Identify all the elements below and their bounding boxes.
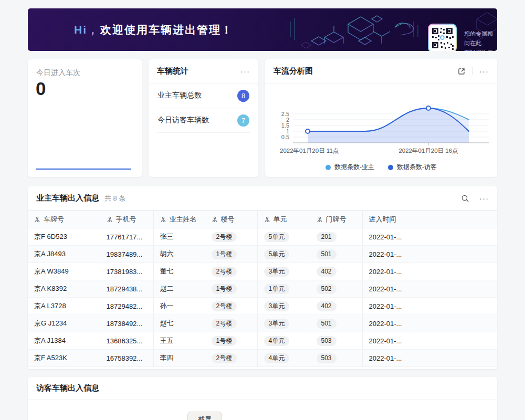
cell-name: 董七: [153, 263, 205, 280]
table-row: 京G J123418738492...赵七2号楼3单元5012022-01-..…: [28, 315, 497, 332]
cell-phone: 13686325...: [100, 332, 153, 350]
cell-phone: 17761717...: [100, 228, 153, 246]
cell-time: 2022-01-...: [362, 315, 415, 332]
svg-text:2: 2: [286, 117, 289, 123]
dashboard-page: Hi， 欢迎使用车辆进出管理！: [0, 0, 525, 420]
traffic-chart-card: 车流分析图 ··· 0.511.522.52022年01月20日 11点2022…: [265, 59, 497, 177]
cell-unit: 3单元: [257, 298, 310, 315]
field-type-icon: [317, 216, 323, 223]
cell-empty: [415, 332, 497, 350]
column-header-label: 车牌号: [44, 215, 64, 224]
traffic-chart-title: 车流分析图: [274, 66, 313, 76]
cell-plate: 京A K8392: [28, 280, 100, 298]
cell-time: 2022-01-...: [362, 246, 415, 263]
building-tag: 1号楼: [212, 336, 237, 346]
cell-unit: 5单元: [257, 228, 310, 246]
search-icon[interactable]: [460, 194, 470, 203]
stats-row: 今日访客车辆数7: [157, 108, 250, 133]
cell-door: 402: [310, 263, 362, 280]
screenshot-tooltip-label: 截屏: [198, 415, 212, 420]
today-entries-label: 今日进入车次: [36, 68, 80, 78]
unit-tag: 1单元: [264, 284, 290, 294]
column-header-5: 单元: [257, 211, 310, 228]
building-tag: 2号楼: [212, 353, 237, 363]
unit-tag: 3单元: [264, 319, 290, 329]
column-header-label: 门牌号: [326, 215, 346, 224]
field-type-icon: [160, 216, 166, 223]
door-tag: 503: [317, 336, 337, 346]
cell-unit: 4单元: [257, 350, 310, 367]
svg-text:1.5: 1.5: [281, 122, 289, 129]
cell-plate: 京A W3849: [28, 263, 100, 280]
visitor-table-card: 访客车辆出入信息: [28, 377, 497, 420]
cell-plate: 京A L3728: [28, 298, 100, 315]
unit-tag: 3单元: [264, 267, 290, 277]
cell-building: 2号楼: [205, 263, 257, 280]
unit-tag: 5单元: [264, 232, 290, 242]
cell-name: 胡六: [153, 246, 205, 263]
today-entries-value: 0: [36, 78, 46, 99]
more-icon[interactable]: ···: [240, 67, 250, 75]
cell-empty: [415, 228, 497, 246]
stats-row-label: 今日访客车辆数: [158, 116, 209, 125]
cell-name: 赵二: [153, 280, 205, 298]
table-row: 京A K839218729438...赵二1号楼1单元5022022-01-..…: [28, 280, 497, 298]
more-icon[interactable]: ···: [479, 67, 489, 75]
cell-name: 孙一: [153, 298, 205, 315]
building-tag: 1号楼: [212, 284, 237, 294]
cell-time: 2022-01-...: [362, 298, 415, 315]
cell-empty: [415, 298, 497, 315]
owner-vehicle-table: 车牌号手机号业主姓名楼号单元门牌号进入时间 京F 6D52317761717..…: [28, 210, 497, 367]
cell-building: 1号楼: [205, 246, 257, 263]
more-icon[interactable]: ···: [479, 194, 489, 202]
cell-building: 2号楼: [205, 350, 257, 367]
stats-row-label: 业主车辆总数: [158, 91, 202, 100]
cell-door: 402: [310, 298, 362, 315]
expand-icon[interactable]: [457, 67, 466, 76]
cell-door: 502: [310, 280, 362, 298]
cell-name: 李四: [153, 350, 205, 367]
cell-unit: 5单元: [257, 246, 310, 263]
cell-name: 赵七: [153, 315, 205, 332]
screenshot-tooltip[interactable]: 截屏: [187, 412, 222, 420]
cell-unit: 3单元: [257, 263, 310, 280]
column-header-label: 业主姓名: [170, 215, 197, 224]
column-header-3: 业主姓名: [153, 211, 205, 228]
cell-door: 501: [310, 246, 362, 263]
cell-phone: 18729438...: [100, 280, 153, 298]
cell-building: 1号楼: [205, 280, 257, 298]
cell-empty: [415, 350, 497, 367]
door-tag: 402: [317, 301, 337, 311]
field-type-icon: [212, 216, 218, 223]
table-header-row: 车牌号手机号业主姓名楼号单元门牌号进入时间: [28, 211, 497, 228]
stat-accent-line: [36, 169, 131, 170]
svg-text:0.5: 0.5: [281, 134, 289, 140]
banner-greeting-hi: Hi，: [74, 23, 100, 37]
banner-greeting-text: 欢迎使用车辆进出管理！: [100, 23, 233, 37]
legend-item[interactable]: 数据条数-业主: [326, 163, 374, 172]
column-header-label: 单元: [274, 215, 287, 224]
svg-text:2022年01月20日 16点: 2022年01月20日 16点: [398, 148, 458, 154]
column-header-6: 门牌号: [310, 211, 362, 228]
header-divider: [472, 67, 473, 75]
building-tag: 2号楼: [212, 301, 237, 311]
cell-time: 2022-01-...: [362, 263, 415, 280]
cell-name: 王五: [153, 332, 205, 350]
unit-tag: 3单元: [264, 301, 290, 311]
owner-table-title: 业主车辆出入信息: [36, 193, 99, 203]
column-header-label: 进入时间: [369, 215, 396, 224]
unit-tag: 5单元: [264, 249, 290, 259]
cell-phone: 19837489...: [100, 246, 153, 263]
cell-phone: 16758392...: [100, 350, 153, 367]
cell-building: 2号楼: [205, 298, 257, 315]
owner-table-count: 共 8 条: [104, 194, 125, 203]
column-header-label: 手机号: [116, 215, 136, 224]
banner-title: Hi， 欢迎使用车辆进出管理！: [74, 8, 233, 51]
today-entries-card: 今日进入车次 0: [28, 59, 142, 177]
cell-door: 501: [310, 315, 362, 332]
column-header-1: 车牌号: [28, 211, 100, 228]
legend-item[interactable]: 数据条数-访客: [388, 163, 437, 172]
column-header-2: 手机号: [100, 211, 153, 228]
table-row: 京A J849319837489...胡六1号楼5单元5012022-01-..…: [28, 246, 497, 263]
cell-phone: 17381983...: [100, 263, 153, 280]
